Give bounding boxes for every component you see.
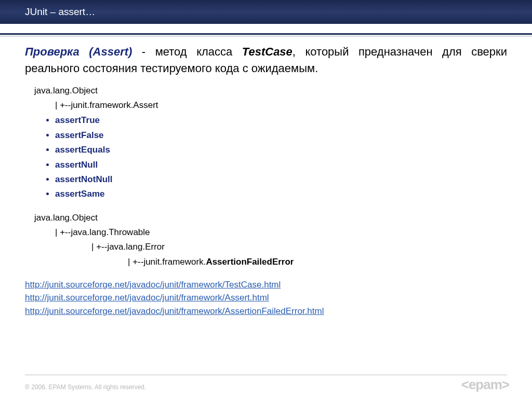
epam-logo: <epam> — [461, 377, 509, 393]
tree-line: | +--junit.framework.AssertionFailedErro… — [34, 255, 507, 269]
links-block: http://junit.sourceforge.net/javadoc/jun… — [25, 278, 507, 318]
slide-header: JUnit – assert… — [0, 0, 532, 24]
list-item: assertFalse — [55, 128, 507, 143]
tree-line: | +--junit.framework.Assert — [34, 99, 507, 112]
intro-term: Проверка (Assert) — [25, 45, 132, 58]
slide-title: JUnit – assert… — [25, 6, 95, 18]
tree-line: java.lang.Object — [34, 211, 507, 225]
divider-dark — [0, 33, 532, 35]
list-item: assertNotNull — [55, 172, 507, 187]
tree-line: java.lang.Object — [34, 84, 507, 98]
doc-link[interactable]: http://junit.sourceforge.net/javadoc/jun… — [25, 293, 269, 303]
doc-link[interactable]: http://junit.sourceforge.net/javadoc/jun… — [25, 280, 281, 290]
tree-class: AssertionFailedError — [206, 257, 294, 267]
doc-link[interactable]: http://junit.sourceforge.net/javadoc/jun… — [25, 306, 324, 316]
assert-methods-list: assertTrue assertFalse assertEquals asse… — [55, 113, 507, 201]
tree-line: | +--java.lang.Error — [34, 240, 507, 254]
intro-classname: TestCase — [242, 45, 292, 58]
list-item: assertEquals — [55, 143, 507, 157]
divider-light — [0, 36, 532, 36]
footer-divider — [25, 375, 507, 375]
list-item: assertNull — [55, 158, 507, 172]
copyright: ® 2006. EPAM Systems. All rights reserve… — [25, 383, 146, 391]
tree-text: | +--junit.framework. — [128, 257, 206, 267]
intro-paragraph: Проверка (Assert) - метод класса TestCas… — [25, 44, 507, 77]
tree-line: | +--java.lang.Throwable — [34, 226, 507, 239]
list-item: assertSame — [55, 187, 507, 201]
hierarchy-tree-2: java.lang.Object | +--java.lang.Throwabl… — [34, 211, 507, 269]
hierarchy-tree-1: java.lang.Object | +--junit.framework.As… — [34, 84, 507, 113]
intro-mid: - метод класса — [132, 45, 242, 58]
slide-content: Проверка (Assert) - метод класса TestCas… — [0, 44, 532, 318]
list-item: assertTrue — [55, 113, 507, 128]
